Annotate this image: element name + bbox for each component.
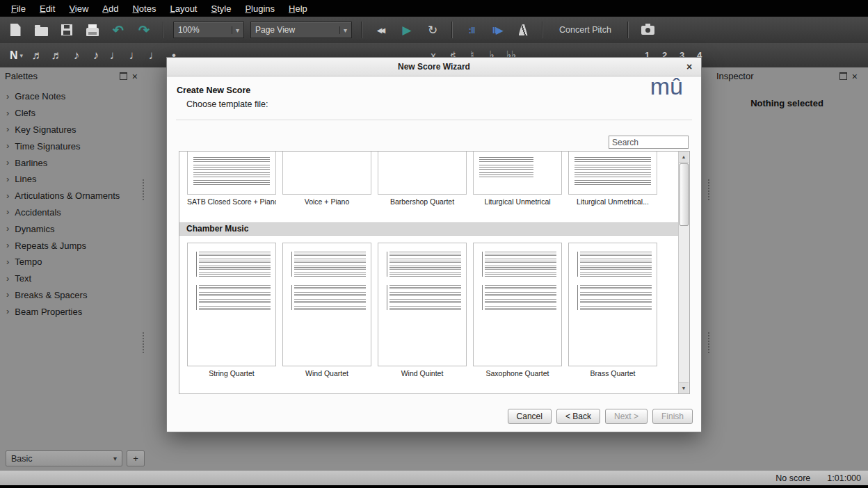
duration-half-button[interactable]: ♩ bbox=[127, 46, 143, 65]
duration-16th-button[interactable]: ♪ bbox=[69, 46, 84, 65]
add-workspace-button[interactable]: + bbox=[127, 450, 145, 466]
template-card-wind-quartet[interactable]: Wind Quartet bbox=[282, 243, 371, 377]
close-panel-icon[interactable]: × bbox=[132, 73, 138, 80]
pan-playback-icon: ‖▶ bbox=[492, 25, 502, 35]
palette-item-time-signatures[interactable]: ›Time Signatures bbox=[0, 138, 143, 154]
template-thumbnail bbox=[187, 152, 276, 195]
template-card-wind-quintet[interactable]: Wind Quintet bbox=[378, 243, 467, 377]
template-card-liturgical-unmetrical-2[interactable]: Liturgical Unmetrical... bbox=[568, 152, 657, 206]
duration-64th-button[interactable]: ♬ bbox=[30, 46, 45, 65]
image-capture-button[interactable] bbox=[638, 20, 657, 40]
new-score-button[interactable] bbox=[6, 20, 25, 40]
concert-pitch-button[interactable]: Concert Pitch bbox=[552, 25, 618, 35]
note-input-label: N bbox=[10, 49, 18, 62]
chevron-right-icon: › bbox=[6, 308, 9, 315]
menu-edit[interactable]: Edit bbox=[33, 1, 62, 16]
repeat-playback-button[interactable]: :‖ bbox=[462, 20, 481, 40]
template-thumbnail bbox=[568, 243, 657, 366]
palette-item-barlines[interactable]: ›Barlines bbox=[0, 154, 143, 171]
template-label: Voice + Piano bbox=[282, 197, 371, 206]
template-search-input[interactable] bbox=[609, 136, 689, 149]
repeat-playback-icon: :‖ bbox=[469, 25, 475, 35]
camera-icon bbox=[641, 26, 654, 35]
template-card-liturgical-unmetrical[interactable]: Liturgical Unmetrical bbox=[473, 152, 562, 206]
scroll-down-button[interactable]: ▼ bbox=[679, 382, 689, 393]
menu-layout[interactable]: Layout bbox=[163, 1, 204, 16]
chevron-right-icon: › bbox=[6, 291, 9, 298]
new-score-wizard-dialog: New Score Wizard × Create New Score Choo… bbox=[166, 57, 702, 432]
menu-file[interactable]: File bbox=[4, 1, 33, 16]
duration-whole-button[interactable]: ♩ bbox=[147, 46, 162, 65]
palette-item-grace-notes[interactable]: ›Grace Notes bbox=[0, 88, 143, 105]
duration-32nd-button[interactable]: ♬ bbox=[49, 46, 65, 65]
printer-icon bbox=[86, 28, 99, 36]
redo-button[interactable]: ↷ bbox=[134, 20, 154, 40]
dialog-close-button[interactable]: × bbox=[683, 60, 696, 73]
palette-item-repeats-jumps[interactable]: ›Repeats & Jumps bbox=[0, 237, 143, 254]
note-input-button[interactable]: N ▾ bbox=[7, 49, 26, 62]
splitter-grip[interactable] bbox=[143, 332, 144, 353]
rewind-button[interactable]: ◀◀ bbox=[371, 20, 391, 40]
splitter-grip[interactable] bbox=[143, 179, 144, 200]
finish-button[interactable]: Finish bbox=[652, 409, 693, 424]
view-mode-select[interactable]: Page View ▾ bbox=[250, 22, 352, 38]
palette-item-clefs[interactable]: ›Clefs bbox=[0, 105, 143, 122]
inspector-header: Inspector × bbox=[712, 67, 862, 83]
undo-button[interactable]: ↶ bbox=[108, 20, 128, 40]
splitter-grip[interactable] bbox=[708, 332, 709, 353]
play-icon: ▶ bbox=[402, 23, 411, 38]
menu-style[interactable]: Style bbox=[204, 1, 238, 16]
dialog-titlebar[interactable]: New Score Wizard × bbox=[167, 58, 701, 76]
palette-item-tempo[interactable]: ›Tempo bbox=[0, 254, 143, 270]
menu-notes[interactable]: Notes bbox=[125, 1, 163, 16]
toolbar-separator bbox=[163, 22, 164, 38]
palette-item-label: Clefs bbox=[15, 108, 35, 118]
workspace-select[interactable]: Basic ▾ bbox=[6, 450, 122, 466]
pan-playback-button[interactable]: ‖▶ bbox=[488, 20, 507, 40]
menu-add[interactable]: Add bbox=[95, 1, 125, 16]
save-button[interactable] bbox=[57, 20, 77, 40]
chevron-right-icon: › bbox=[6, 225, 9, 232]
template-card-barbershop-quartet[interactable]: Barbershop Quartet bbox=[378, 152, 467, 206]
menu-view[interactable]: View bbox=[62, 1, 95, 16]
next-button[interactable]: Next > bbox=[605, 409, 648, 424]
close-panel-icon[interactable]: × bbox=[852, 73, 858, 80]
open-file-button[interactable] bbox=[31, 20, 51, 40]
loop-playback-button[interactable]: ↻ bbox=[423, 20, 442, 40]
cancel-button[interactable]: Cancel bbox=[508, 409, 552, 424]
scrollbar-thumb[interactable] bbox=[680, 163, 689, 226]
duration-eighth-button[interactable]: ♪ bbox=[88, 46, 104, 65]
palette-item-text[interactable]: ›Text bbox=[0, 270, 143, 287]
template-card-satb-closed-score-piano[interactable]: SATB Closed Score + Piano bbox=[187, 152, 276, 206]
menu-plugins[interactable]: Plugins bbox=[238, 1, 282, 16]
metronome-button[interactable] bbox=[513, 20, 533, 40]
template-scrollbar[interactable]: ▲ ▼ bbox=[678, 152, 689, 393]
menu-help[interactable]: Help bbox=[282, 1, 314, 16]
palette-item-key-signatures[interactable]: ›Key Signatures bbox=[0, 122, 143, 138]
template-card-string-quartet[interactable]: String Quartet bbox=[187, 243, 276, 377]
palette-item-beam-properties[interactable]: ›Beam Properties bbox=[0, 303, 143, 320]
template-card-saxophone-quartet[interactable]: Saxophone Quartet bbox=[473, 243, 562, 377]
chevron-down-icon: ▾ bbox=[339, 26, 347, 34]
folder-icon bbox=[35, 27, 48, 36]
back-button[interactable]: < Back bbox=[556, 409, 600, 424]
zoom-select[interactable]: 100% ▾ bbox=[173, 22, 244, 38]
toolbar-separator bbox=[451, 22, 453, 38]
print-button[interactable] bbox=[83, 20, 102, 40]
palette-item-articulations[interactable]: ›Articulations & Ornaments bbox=[0, 188, 143, 204]
new-file-icon bbox=[10, 24, 21, 36]
palette-item-dynamics[interactable]: ›Dynamics bbox=[0, 220, 143, 237]
play-button[interactable]: ▶ bbox=[397, 20, 417, 40]
zoom-value: 100% bbox=[178, 25, 200, 35]
chevron-right-icon: › bbox=[6, 242, 9, 249]
palette-item-accidentals[interactable]: ›Accidentals bbox=[0, 204, 143, 221]
template-card-voice-piano[interactable]: Voice + Piano bbox=[282, 152, 371, 206]
splitter-grip[interactable] bbox=[708, 179, 709, 200]
float-panel-icon[interactable] bbox=[120, 72, 127, 80]
float-panel-icon[interactable] bbox=[839, 72, 847, 80]
duration-quarter-button[interactable]: ♩ bbox=[108, 46, 123, 65]
template-card-brass-quartet[interactable]: Brass Quartet bbox=[568, 243, 657, 377]
scroll-up-button[interactable]: ▲ bbox=[679, 152, 689, 163]
palette-item-breaks-spacers[interactable]: ›Breaks & Spacers bbox=[0, 287, 143, 304]
palette-item-lines[interactable]: ›Lines bbox=[0, 171, 143, 188]
